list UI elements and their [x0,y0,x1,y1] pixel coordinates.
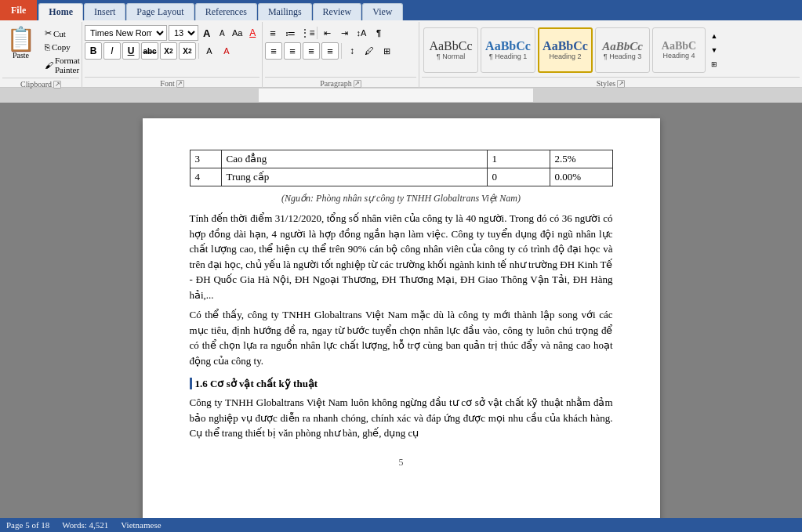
border-button[interactable]: ⊞ [379,43,394,59]
paragraph1: Tính đến thời điểm 31/12/2020, tổng số n… [190,211,613,302]
justify-button[interactable]: ≡ [321,42,339,60]
font-size-select[interactable]: 13 [169,25,198,41]
language: Vietnamese [121,520,161,530]
table-cell-level: Cao đẳng [221,150,487,168]
paragraph-expand[interactable]: ↗ [354,80,361,88]
align-right-button[interactable]: ≡ [303,42,320,60]
data-table: 3 Cao đẳng 1 2.5% 4 Trung cấp 0 0.00% [190,150,613,186]
scissors-icon: ✂ [45,28,52,38]
table-cell-percent2: 0.00% [550,168,612,186]
font-divider [198,43,199,59]
style-normal-label: ¶ Normal [437,52,465,60]
table-cell-count: 1 [487,150,550,168]
italic-button[interactable]: I [103,42,121,60]
font-label: Font ↗ [85,77,259,89]
subscript-button[interactable]: X2 [160,42,177,60]
references-tab[interactable]: References [195,3,257,20]
para-divider1 [317,27,318,39]
style-heading3-label: ¶ Heading 3 [604,52,641,60]
sort-button[interactable]: ↕A [354,25,369,41]
align-center-button[interactable]: ≡ [284,42,301,60]
table-cell-num: 3 [190,150,221,168]
style-heading2[interactable]: AaBbCc Heading 2 [538,27,593,73]
grow-font-button[interactable]: A [200,25,214,41]
copy-label: Copy [52,42,71,52]
clipboard-expand[interactable]: ↗ [53,81,61,89]
styles-inner: AaBbCc ¶ Normal AaBbCc ¶ Heading 1 AaBbC… [422,24,800,75]
text-highlight-button[interactable]: A [201,43,217,59]
style-heading4-preview: AaBbC [662,41,696,52]
page-info: Page 5 of 18 [6,520,49,530]
bullets-button[interactable]: ≡ [265,25,281,41]
file-tab[interactable]: File [0,0,37,20]
decrease-indent-button[interactable]: ⇤ [319,25,335,41]
paragraph-section: ≡ ≔ ⋮≡ ⇤ ⇥ ↕A ¶ ≡ ≡ ≡ ≡ ↕ 🖊 [263,22,419,89]
numbering-button[interactable]: ≔ [282,25,298,41]
source-note: (Nguồn: Phòng nhân sự công ty TNHH Globa… [190,193,613,204]
table-row: 4 Trung cấp 0 0.00% [190,168,612,186]
font-row1: Times New Rom 13 A A Aa A [85,25,259,41]
styles-more-button[interactable]: ⊞ [708,58,720,71]
paragraph-row1: ≡ ≔ ⋮≡ ⇤ ⇥ ↕A ¶ [265,25,416,41]
paragraph3: Công ty TNHH Globaltrans Việt Nam luôn k… [190,395,613,441]
styles-section: AaBbCc ¶ Normal AaBbCc ¶ Heading 1 AaBbC… [419,22,802,89]
style-heading1-label: ¶ Heading 1 [489,52,527,60]
clipboard-stack: ✂ Cut ⎘ Copy 🖌 Format Painter [42,25,83,76]
review-tab[interactable]: Review [313,3,362,20]
shading-button[interactable]: 🖊 [361,43,377,59]
styles-label: Styles ↗ [422,77,800,89]
page-layout-tab[interactable]: Page Layout [126,3,194,20]
underline-button[interactable]: U [122,42,140,60]
view-tab[interactable]: View [362,3,402,20]
font-section: Times New Rom 13 A A Aa A B I U abc X2 [82,22,263,89]
line-spacing-button[interactable]: ↕ [344,43,360,59]
paragraph-inner: ≡ ≔ ⋮≡ ⇤ ⇥ ↕A ¶ ≡ ≡ ≡ ≡ ↕ 🖊 [265,24,416,75]
font-expand[interactable]: ↗ [176,80,184,88]
change-case-button[interactable]: Aa [230,25,245,41]
mailings-tab[interactable]: Mailings [258,3,312,20]
format-painter-button[interactable]: 🖌 Format Painter [42,54,83,76]
style-heading2-label: Heading 2 [549,52,581,60]
superscript-button[interactable]: X2 [179,42,196,60]
document: 3 Cao đẳng 1 2.5% 4 Trung cấp 0 0.00% (N… [143,118,660,519]
home-tab[interactable]: Home [38,3,83,20]
style-heading1-preview: AaBbCc [485,40,531,52]
paste-button[interactable]: 📋 Paste [2,25,39,62]
style-normal-preview: AaBbCc [429,40,472,52]
clipboard-section: 📋 Paste ✂ Cut ⎘ Copy 🖌 Format Pain [0,22,82,89]
format-painter-icon: 🖌 [45,60,53,70]
page-number: 5 [190,457,613,469]
clear-format-button[interactable]: A [246,25,260,41]
style-heading4[interactable]: AaBbC Heading 4 [652,27,706,73]
align-left-button[interactable]: ≡ [265,42,282,60]
font-row2: B I U abc X2 X2 A A [85,42,259,60]
font-color-button[interactable]: A [219,43,234,59]
styles-down-button[interactable]: ▼ [708,44,720,56]
font-name-select[interactable]: Times New Rom [85,25,167,41]
style-normal[interactable]: AaBbCc ¶ Normal [423,27,478,73]
main-area: 3 Cao đẳng 1 2.5% 4 Trung cấp 0 0.00% (N… [0,103,802,519]
increase-indent-button[interactable]: ⇥ [336,25,352,41]
bold-button[interactable]: B [85,42,102,60]
ruler [0,89,802,103]
insert-tab[interactable]: Insert [84,3,125,20]
ruler-bg [0,89,802,102]
shrink-font-button[interactable]: A [216,25,230,41]
clipboard-inner: 📋 Paste ✂ Cut ⎘ Copy 🖌 Format Pain [2,24,79,76]
section-heading: 1.6 Cơ sở vật chất kỹ thuật [190,378,613,390]
style-heading1[interactable]: AaBbCc ¶ Heading 1 [481,27,535,73]
style-heading2-preview: AaBbCc [543,40,588,52]
paragraph2: Có thể thấy, công ty TNHH Globaltrans Vi… [190,307,613,368]
styles-up-button[interactable]: ▲ [708,30,720,42]
show-formatting-button[interactable]: ¶ [371,25,386,41]
multilevel-list-button[interactable]: ⋮≡ [299,25,315,41]
paste-label: Paste [13,51,29,60]
style-heading3[interactable]: AaBbCc ¶ Heading 3 [595,27,650,73]
copy-button[interactable]: ⎘ Copy [42,41,83,53]
strikethrough-button[interactable]: abc [141,42,158,60]
ribbon: 📋 Paste ✂ Cut ⎘ Copy 🖌 Format Pain [0,20,802,89]
tab-bar: File Home Insert Page Layout References … [0,0,802,20]
styles-expand[interactable]: ↗ [617,80,625,88]
cut-button[interactable]: ✂ Cut [42,27,83,40]
styles-nav: ▲ ▼ ⊞ [708,30,720,71]
